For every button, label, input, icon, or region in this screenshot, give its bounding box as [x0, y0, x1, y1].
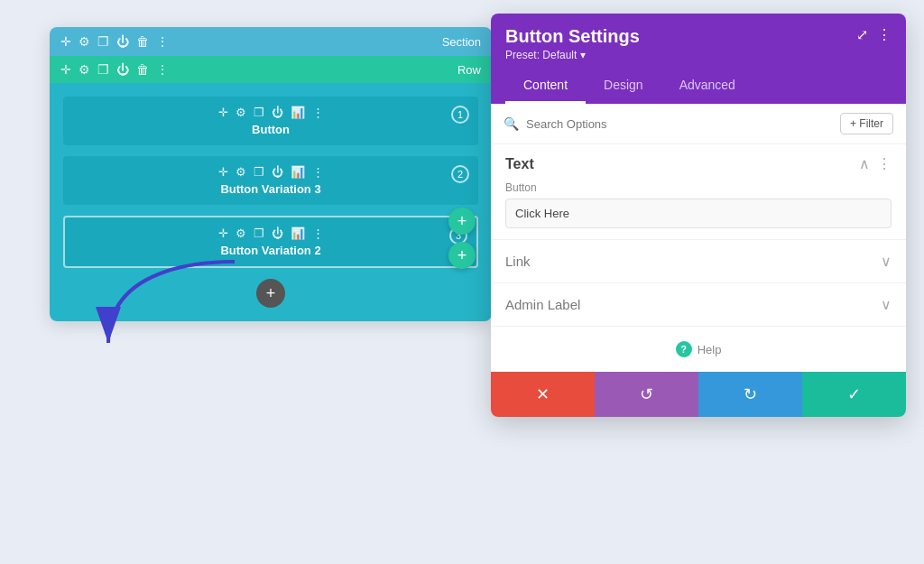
power-icon[interactable]: ⏻: [116, 34, 129, 49]
add-module-button[interactable]: +: [256, 279, 285, 308]
m3-dup[interactable]: ❐: [254, 227, 264, 240]
row-add-icon[interactable]: ✛: [60, 62, 71, 77]
search-icon: 🔍: [504, 116, 519, 131]
redo-button[interactable]: ↻: [698, 372, 802, 417]
module-3-toolbar: ✛ ⚙ ❐ ⏻ 📊 ⋮: [218, 227, 324, 240]
panel-header: Button Settings Preset: Default ▾ ⤢ ⋮ Co…: [491, 14, 906, 104]
panel-more-icon[interactable]: ⋮: [877, 26, 892, 43]
panel-title: Button Settings: [505, 26, 640, 47]
module-2-number: 2: [451, 165, 469, 183]
text-section: Text ∧ ⋮ Button: [491, 144, 906, 240]
row-more-icon[interactable]: ⋮: [156, 62, 169, 77]
editor-panel: ✛ ⚙ ❐ ⏻ 🗑 ⋮ Section ✛ ⚙ ❐ ⏻ 🗑 ⋮ Row ✛ ⚙ …: [50, 27, 492, 321]
settings-icon[interactable]: ⚙: [79, 34, 90, 49]
section-toolbar-icons: ✛ ⚙ ❐ ⏻ 🗑 ⋮: [60, 34, 169, 49]
module-row-1[interactable]: ✛ ⚙ ❐ ⏻ 📊 ⋮ Button 1: [63, 97, 478, 145]
help-icon: ?: [676, 341, 692, 357]
button-field-label: Button: [505, 181, 892, 194]
m1-power[interactable]: ⏻: [272, 106, 283, 119]
m3-more[interactable]: ⋮: [312, 227, 324, 240]
panel-preset[interactable]: Preset: Default ▾: [505, 49, 640, 61]
section-toolbar: ✛ ⚙ ❐ ⏻ 🗑 ⋮ Section: [50, 27, 492, 56]
panel-body: 🔍 + Filter Text ∧ ⋮ Button Link ∨ Admin …: [491, 104, 906, 372]
right-add-row[interactable]: +: [448, 242, 476, 269]
row-power-icon[interactable]: ⏻: [116, 62, 129, 77]
module-row-2[interactable]: ✛ ⚙ ❐ ⏻ 📊 ⋮ Button Variation 3 2: [63, 156, 478, 205]
filter-button[interactable]: + Filter: [840, 113, 893, 134]
module-2-label: Button Variation 3: [220, 182, 320, 196]
module-row-3[interactable]: ✛ ⚙ ❐ ⏻ 📊 ⋮ Button Variation 2 3: [63, 216, 478, 268]
link-chevron-icon: ∨: [881, 253, 892, 270]
tab-advanced[interactable]: Advanced: [661, 69, 753, 104]
delete-icon[interactable]: 🗑: [136, 34, 149, 49]
row-label: Row: [457, 63, 481, 77]
m3-chart[interactable]: 📊: [291, 227, 305, 240]
row-delete-icon[interactable]: 🗑: [136, 62, 149, 77]
module-3-label: Button Variation 2: [220, 244, 320, 257]
module-1-label: Button: [252, 123, 290, 136]
admin-label-title: Admin Label: [505, 297, 580, 312]
row-duplicate-icon[interactable]: ❐: [97, 62, 109, 77]
panel-header-top: Button Settings Preset: Default ▾ ⤢ ⋮: [505, 26, 892, 61]
link-section-title: Link: [505, 254, 531, 269]
text-section-actions: ∧ ⋮: [859, 155, 892, 172]
m3-settings[interactable]: ⚙: [236, 227, 246, 240]
module-1-toolbar: ✛ ⚙ ❐ ⏻ 📊 ⋮: [218, 106, 324, 119]
m2-dup[interactable]: ❐: [254, 165, 264, 179]
row-settings-icon[interactable]: ⚙: [79, 62, 90, 77]
m2-settings[interactable]: ⚙: [236, 165, 246, 179]
help-section[interactable]: ? Help: [491, 327, 906, 372]
right-add-buttons: + +: [448, 208, 476, 269]
panel-tabs: Content Design Advanced: [505, 69, 892, 104]
m2-add[interactable]: ✛: [218, 165, 228, 179]
m1-more[interactable]: ⋮: [312, 106, 324, 119]
panel-header-icons: ⤢ ⋮: [856, 26, 892, 43]
admin-label-section[interactable]: Admin Label ∨: [491, 283, 906, 327]
text-section-title: Text: [505, 156, 534, 172]
cancel-button[interactable]: ✕: [491, 372, 595, 417]
help-label: Help: [698, 343, 722, 356]
tab-content[interactable]: Content: [505, 69, 586, 104]
more-icon[interactable]: ⋮: [156, 34, 169, 49]
search-bar: 🔍 + Filter: [491, 104, 906, 144]
settings-panel: Button Settings Preset: Default ▾ ⤢ ⋮ Co…: [491, 14, 906, 417]
m1-dup[interactable]: ❐: [254, 106, 264, 119]
duplicate-icon[interactable]: ❐: [97, 34, 109, 49]
section-more-icon[interactable]: ⋮: [877, 155, 892, 172]
collapse-icon[interactable]: ∧: [859, 155, 870, 172]
panel-expand-icon[interactable]: ⤢: [856, 26, 868, 43]
m2-more[interactable]: ⋮: [312, 165, 324, 179]
admin-chevron-icon: ∨: [881, 296, 892, 313]
undo-button[interactable]: ↺: [595, 372, 698, 417]
m1-settings[interactable]: ⚙: [236, 106, 246, 119]
panel-title-group: Button Settings Preset: Default ▾: [505, 26, 640, 61]
right-add-section[interactable]: +: [448, 208, 476, 235]
m3-add[interactable]: ✛: [218, 227, 228, 240]
button-text-input[interactable]: [505, 199, 892, 228]
panel-footer: ✕ ↺ ↻ ✓: [491, 372, 906, 417]
save-button[interactable]: ✓: [802, 372, 906, 417]
tab-design[interactable]: Design: [586, 69, 661, 104]
m2-chart[interactable]: 📊: [291, 165, 305, 179]
m2-power[interactable]: ⏻: [272, 165, 283, 179]
text-section-header: Text ∧ ⋮: [505, 155, 892, 172]
add-icon[interactable]: ✛: [60, 34, 71, 49]
m1-add[interactable]: ✛: [218, 106, 228, 119]
row-toolbar-icons: ✛ ⚙ ❐ ⏻ 🗑 ⋮: [60, 62, 169, 77]
section-label: Section: [442, 35, 481, 49]
row-toolbar: ✛ ⚙ ❐ ⏻ 🗑 ⋮ Row: [50, 56, 492, 83]
search-input[interactable]: [526, 117, 833, 131]
link-section[interactable]: Link ∨: [491, 240, 906, 283]
module-1-number: 1: [451, 106, 469, 124]
m1-chart[interactable]: 📊: [291, 106, 305, 119]
module-2-toolbar: ✛ ⚙ ❐ ⏻ 📊 ⋮: [218, 165, 324, 179]
content-area: ✛ ⚙ ❐ ⏻ 📊 ⋮ Button 1 ✛ ⚙ ❐ ⏻ 📊 ⋮ Button …: [50, 83, 492, 321]
m3-power[interactable]: ⏻: [272, 227, 283, 240]
